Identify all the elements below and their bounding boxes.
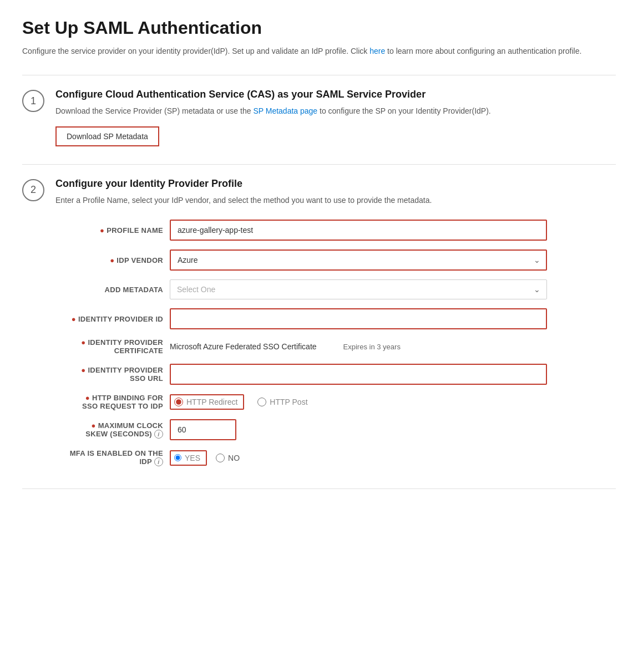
mfa-label: MFA IS ENABLED ON THE IDPi [55,445,166,471]
http-binding-group: HTTP Redirect HTTP Post [170,394,612,410]
profile-name-label: ●PROFILE NAME [55,215,166,245]
http-binding-row: ●HTTP BINDING FOR SSO REQUEST TO IDP HTT… [55,389,616,415]
required-dot: ● [72,315,76,323]
idp-id-input[interactable] [170,308,547,329]
required-dot: ● [110,256,114,264]
required-dot: ● [81,338,85,347]
idp-vendor-label: ●IDP VENDOR [55,245,166,275]
mfa-no-radio[interactable] [216,454,225,462]
step1-description: Download the Service Provider (SP) metad… [55,105,616,117]
mfa-yes-radio[interactable] [174,454,181,461]
step1-circle: 1 [22,90,44,112]
sso-url-input-cell [166,359,616,389]
idp-id-row: ●IDENTITY PROVIDER ID [55,304,616,334]
http-binding-input-cell: HTTP Redirect HTTP Post [166,389,616,415]
clock-skew-input-cell [166,415,616,445]
http-binding-label: ●HTTP BINDING FOR SSO REQUEST TO IDP [55,389,166,415]
download-sp-metadata-button[interactable]: Download SP Metadata [55,126,159,146]
cert-expiry: Expires in 3 years [343,343,401,351]
idp-cert-label: ●IDENTITY PROVIDER CERTIFICATE [55,334,166,359]
clock-skew-row: ●MAXIMUM CLOCK SKEW (SECONDS)i [55,415,616,445]
profile-name-input[interactable] [170,220,547,241]
step2-content: Configure your Identity Provider Profile… [55,178,616,471]
profile-name-row: ●PROFILE NAME [55,215,616,245]
required-dot: ● [92,421,96,430]
idp-id-label: ●IDENTITY PROVIDER ID [55,304,166,334]
mfa-options-group: YES NO [170,450,612,466]
idp-cert-row: ●IDENTITY PROVIDER CERTIFICATE Microsoft… [55,334,616,359]
http-redirect-radio[interactable] [174,398,183,406]
mfa-no-option[interactable]: NO [216,454,240,462]
sp-metadata-link[interactable]: SP Metadata page [253,106,317,115]
step2-section: 2 Configure your Identity Provider Profi… [22,164,616,471]
cert-info: Microsoft Azure Federated SSO Certificat… [170,342,612,351]
http-redirect-option[interactable]: HTTP Redirect [170,394,244,410]
mfa-yes-option[interactable]: YES [170,450,207,466]
clock-skew-input[interactable] [170,419,236,440]
idp-cert-input-cell: Microsoft Azure Federated SSO Certificat… [166,334,616,359]
form-table: ●PROFILE NAME ●IDP VENDOR Azure Okta [55,215,616,471]
idp-vendor-select[interactable]: Azure Okta PingFederate Other [170,250,547,271]
step1-section: 1 Configure Cloud Authentication Service… [22,75,616,146]
sso-url-row: ●IDENTITY PROVIDER SSO URL [55,359,616,389]
idp-vendor-input-cell: Azure Okta PingFederate Other ⌄ [166,245,616,275]
add-metadata-input-cell: Select One URL File Manual ⌄ [166,275,616,304]
required-dot: ● [81,366,85,374]
mfa-info-icon[interactable]: i [154,457,163,466]
clock-skew-info-icon[interactable]: i [154,430,163,439]
idp-vendor-row: ●IDP VENDOR Azure Okta PingFederate Othe… [55,245,616,275]
profile-name-input-cell [166,215,616,245]
step2-description: Enter a Profile Name, select your IdP ve… [55,194,616,206]
page-title: Set Up SAML Authentication [22,18,616,38]
step1-title: Configure Cloud Authentication Service (… [55,89,616,100]
add-metadata-row: ADD METADATA Select One URL File Manual … [55,275,616,304]
idp-id-input-cell [166,304,616,334]
add-metadata-select[interactable]: Select One URL File Manual [170,279,547,299]
clock-skew-label: ●MAXIMUM CLOCK SKEW (SECONDS)i [55,415,166,445]
http-post-option[interactable]: HTTP Post [257,398,307,406]
required-dot: ● [85,394,90,402]
here-link[interactable]: here [369,47,385,55]
http-post-radio[interactable] [257,398,266,406]
add-metadata-label: ADD METADATA [55,275,166,304]
mfa-input-cell: YES NO [166,445,616,471]
step2-circle: 2 [22,179,44,201]
mfa-row: MFA IS ENABLED ON THE IDPi YES NO [55,445,616,471]
page-subtitle: Configure the service provider on your i… [22,45,616,57]
sso-url-label: ●IDENTITY PROVIDER SSO URL [55,359,166,389]
sso-url-input[interactable] [170,364,547,385]
bottom-divider [22,488,616,489]
step1-content: Configure Cloud Authentication Service (… [55,89,616,146]
idp-vendor-select-wrapper: Azure Okta PingFederate Other ⌄ [170,250,547,271]
step2-title: Configure your Identity Provider Profile [55,178,616,190]
required-dot: ● [100,226,104,235]
add-metadata-select-wrapper: Select One URL File Manual ⌄ [170,279,547,299]
cert-name: Microsoft Azure Federated SSO Certificat… [170,342,317,351]
